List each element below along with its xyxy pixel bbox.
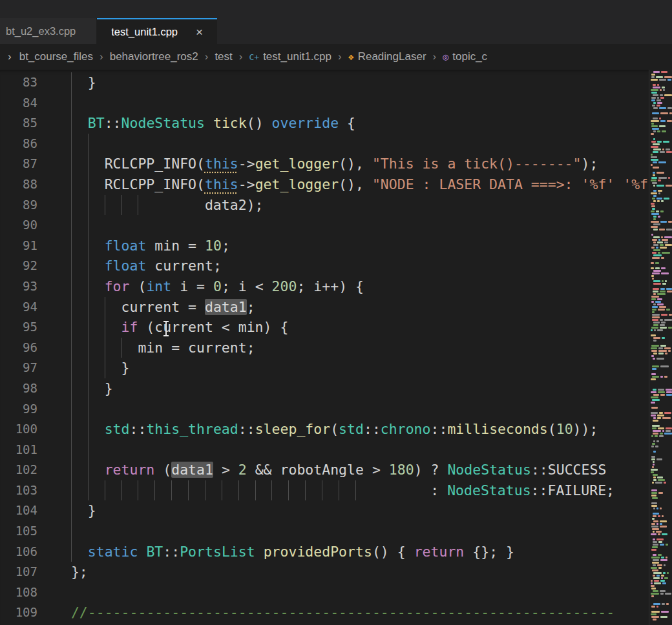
breadcrumb-item-test[interactable]: test [215,50,232,63]
indent-guide [88,440,105,460]
indent-guide [121,338,138,358]
line-number[interactable]: 84 [0,93,37,114]
line-number[interactable]: 98 [0,378,37,399]
line-number[interactable]: 88 [0,174,37,195]
breadcrumb-item-test_unit1[interactable]: C+ test_unit1.cpp [249,50,331,63]
code-token: std [105,421,130,437]
tab-test_unit1[interactable]: test_unit1.cpp × [97,18,217,44]
line-number[interactable]: 93 [0,276,37,297]
indent-guide [171,480,188,501]
code-token: : [372,482,448,498]
highlighted-word: data1 [205,299,247,315]
code-token: override [272,115,339,131]
code-line[interactable]: 98 } [0,378,649,399]
tab-bt_u2_ex3[interactable]: bt_u2_ex3.cpp [0,18,97,44]
line-number[interactable]: 86 [0,134,37,154]
line-number[interactable]: 103 [0,480,37,501]
code-text: BT::NodeStatus tick() override { [54,113,355,134]
code-token: return [414,544,465,560]
code-line[interactable]: 85 BT::NodeStatus tick() override { [0,113,649,134]
indent-guide [88,195,105,216]
code-token [54,136,71,152]
code-line[interactable]: 109 //----------------------------------… [0,602,649,623]
line-number[interactable]: 91 [0,236,37,256]
line-number[interactable]: 100 [0,419,37,440]
code-token [54,299,71,315]
code-text: if (current < min) { [54,317,288,338]
minimap[interactable] [649,70,672,625]
line-number[interactable]: 107 [0,562,37,582]
code-line[interactable]: 102 return (data1 > 2 && robotAngle > 18… [0,460,649,480]
code-token: } [121,360,130,376]
code-line[interactable]: 95 if (current < min) { [0,317,649,338]
code-token [138,544,146,560]
breadcrumb-item-ReadingLaser[interactable]: ❖ ReadingLaser [348,50,426,63]
code-token: } [88,74,96,90]
code-line[interactable]: 91 float min = 10; [0,236,649,256]
code-line[interactable]: 99 [0,399,649,420]
code-line[interactable]: 86 [0,134,649,154]
line-number[interactable]: 102 [0,460,37,480]
code-line[interactable]: 104 } [0,500,649,521]
code-line[interactable]: 84 [0,93,649,114]
line-number[interactable]: 104 [0,500,37,521]
code-token: (), [339,176,372,192]
code-line[interactable]: 89 data2); [0,195,649,216]
line-number[interactable]: 108 [0,582,37,603]
close-icon[interactable]: × [196,26,203,38]
breadcrumb-item-topic_c[interactable]: ◎ topic_c [443,50,487,63]
indent-guide [71,297,88,318]
line-number[interactable]: 92 [0,256,37,276]
line-number[interactable]: 94 [0,297,37,318]
code-text: RCLCPP_INFO(this->get_logger(), "NODE : … [54,174,649,195]
code-line[interactable]: 100 std::this_thread::sleep_for(std::chr… [0,419,649,440]
code-line[interactable]: 92 float current; [0,256,649,276]
indent-guide [71,113,88,134]
line-number[interactable]: 89 [0,195,37,216]
code-token [54,523,71,539]
code-token: PortsList [180,544,255,560]
indent-guide [222,480,238,501]
line-number[interactable]: 109 [0,602,37,623]
code-line[interactable]: 83 } [0,72,649,93]
code-token: RCLCPP_INFO( [105,176,205,192]
code-token: sleep_for [255,421,331,437]
code-token: NodeStatus [447,462,530,478]
code-line[interactable]: 101 [0,440,649,460]
tab-bar: bt_u2_ex3.cpp test_unit1.cpp × [0,0,672,44]
code-line[interactable]: 93 for (int i = 0; i < 200; i++) { [0,276,649,297]
line-number[interactable]: 87 [0,154,37,174]
code-line[interactable]: 97 } [0,358,649,378]
code-line[interactable]: 88 RCLCPP_INFO(this->get_logger(), "NODE… [0,174,649,195]
code-token: ) ? [414,462,448,478]
code-line[interactable]: 96 min = current; [0,338,649,358]
indent-guide [88,480,105,501]
line-number[interactable]: 99 [0,399,37,420]
code-line[interactable]: 106 static BT::PortsList providedPorts()… [0,542,649,562]
breadcrumb-item-bt_course_files[interactable]: bt_course_files [19,50,93,63]
indent-guide [88,154,105,174]
indent-guide [88,215,105,236]
code-line[interactable]: 105 [0,521,649,542]
line-number[interactable]: 97 [0,358,37,378]
line-number[interactable]: 90 [0,215,37,236]
code-line[interactable]: 107 }; [0,562,649,582]
code-token: 0 [213,278,222,294]
code-line[interactable]: 108 [0,582,649,603]
code-token: this_thread [146,421,238,437]
code-token: ; [247,299,255,315]
line-number[interactable]: 85 [0,113,37,134]
breadcrumb-item-behaviortree_ros2[interactable]: behaviortree_ros2 [110,50,198,63]
line-number[interactable]: 96 [0,338,37,358]
code-line[interactable]: 94 current = data1; [0,297,649,318]
line-number[interactable]: 105 [0,521,37,542]
line-number[interactable]: 83 [0,72,37,93]
code-line[interactable]: 103 : NodeStatus::FAILURE; [0,480,649,501]
code-line[interactable]: 90 [0,215,649,236]
code-token [54,604,71,620]
line-number[interactable]: 101 [0,440,37,460]
code-line[interactable]: 87 RCLCPP_INFO(this->get_logger(), "This… [0,154,649,174]
line-number[interactable]: 95 [0,317,37,338]
line-number[interactable]: 106 [0,542,37,562]
code-area[interactable]: 83 }84 85 BT::NodeStatus tick() override… [0,70,649,625]
